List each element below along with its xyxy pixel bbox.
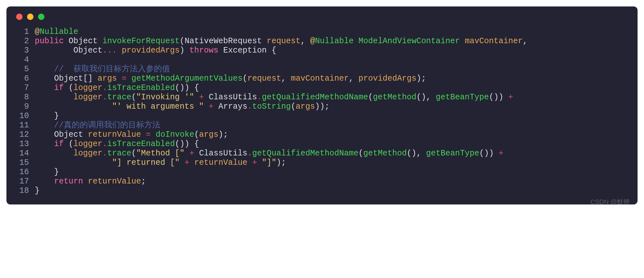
- token: ): [180, 46, 185, 55]
- token: [93, 74, 98, 83]
- token: getBeanType: [426, 149, 479, 158]
- token: [35, 74, 54, 83]
- token: );: [416, 74, 426, 83]
- code-line: 1@Nullable: [14, 27, 630, 36]
- code-line: 9 "' with arguments " + Arrays.toString(…: [14, 102, 630, 111]
- token: Object: [69, 36, 98, 46]
- line-number: 11: [14, 121, 35, 130]
- token: Object: [54, 130, 83, 139]
- token: [83, 130, 88, 139]
- token: ,: [300, 36, 305, 46]
- token: .: [247, 149, 252, 158]
- token: +: [498, 149, 503, 158]
- token: [35, 177, 54, 186]
- line-number: 6: [14, 74, 35, 83]
- line-number: 2: [14, 36, 35, 46]
- token: [35, 111, 54, 121]
- token: Exception: [223, 46, 267, 55]
- code-line: 16 }: [14, 167, 630, 177]
- token: returnValue: [88, 130, 141, 139]
- token: []: [83, 74, 93, 83]
- token: ,: [281, 74, 286, 83]
- code-line: 11 //真的的调用我们的目标方法: [14, 121, 630, 130]
- token: [35, 139, 54, 149]
- token: [421, 149, 426, 158]
- token: +: [189, 149, 194, 158]
- token: [35, 130, 54, 139]
- line-number: 1: [14, 27, 35, 36]
- token: {: [271, 46, 276, 55]
- token: Arrays: [218, 102, 247, 111]
- token: args: [296, 102, 315, 111]
- line-number: 17: [14, 177, 35, 186]
- token: trace: [107, 149, 131, 158]
- maximize-icon[interactable]: [38, 14, 44, 20]
- token: [117, 74, 122, 83]
- line-number: 8: [14, 93, 35, 102]
- token: "] returned [": [112, 158, 180, 167]
- token: ,: [349, 74, 354, 83]
- token: // 获取我们目标方法入参的值: [54, 65, 170, 74]
- token: ClassUtils: [209, 93, 257, 102]
- code-line: 3 Object... providedArgs) throws Excepti…: [14, 46, 630, 55]
- line-number: 13: [14, 139, 35, 149]
- token: ,: [523, 36, 527, 46]
- token: logger: [73, 139, 102, 149]
- token: [64, 139, 69, 149]
- token: (: [358, 149, 363, 158]
- token: Nullable: [40, 27, 78, 36]
- token: ;: [141, 177, 146, 186]
- code-block: 1@Nullable2public Object invokeForReques…: [14, 27, 630, 195]
- token: [35, 121, 54, 130]
- line-content: Object[] args = getMethodArgumentValues(…: [35, 74, 630, 83]
- token: [189, 158, 194, 167]
- token: [262, 36, 267, 46]
- close-icon[interactable]: [16, 14, 23, 20]
- token: mavContainer: [291, 74, 349, 83]
- token: "]": [262, 158, 276, 167]
- token: isTraceEnabled: [107, 139, 175, 149]
- line-number: 12: [14, 130, 35, 139]
- token: Object: [54, 74, 83, 83]
- token: getQualifiedMethodName: [252, 149, 358, 158]
- token: +: [252, 158, 257, 167]
- token: [83, 177, 88, 186]
- token: [257, 158, 262, 167]
- token: logger: [73, 83, 102, 93]
- code-line: 13 if (logger.isTraceEnabled()) {: [14, 139, 630, 149]
- token: getMethod: [363, 149, 407, 158]
- token: doInvoke: [156, 130, 194, 139]
- token: request: [267, 36, 300, 46]
- token: [180, 158, 185, 167]
- token: }: [54, 111, 59, 121]
- minimize-icon[interactable]: [27, 14, 33, 20]
- token: (: [242, 74, 247, 83]
- token: =: [146, 130, 151, 139]
- line-number: 5: [14, 65, 35, 74]
- token: args: [98, 74, 117, 83]
- token: [35, 102, 112, 111]
- token: returnValue: [88, 177, 141, 186]
- token: getMethodArgumentValues: [131, 74, 242, 83]
- token: [98, 36, 102, 46]
- token: NativeWebRequest: [185, 36, 262, 46]
- token: invokeForRequest: [102, 36, 180, 46]
- token: args: [199, 130, 218, 139]
- token: ()): [175, 83, 189, 93]
- token: [35, 167, 54, 177]
- token: "' with arguments ": [112, 102, 204, 111]
- token: [117, 46, 122, 55]
- token: ClassUtils: [199, 149, 247, 158]
- token: //真的的调用我们的目标方法: [54, 121, 160, 130]
- line-number: 15: [14, 158, 35, 167]
- line-content: logger.trace("Invoking '" + ClassUtils.g…: [35, 93, 630, 102]
- token: (: [368, 93, 373, 102]
- token: ModelAndViewContainer: [358, 36, 460, 46]
- token: ()): [175, 139, 189, 149]
- code-line: 12 Object returnValue = doInvoke(args);: [14, 130, 630, 139]
- token: .: [247, 102, 252, 111]
- token: isTraceEnabled: [107, 83, 175, 93]
- line-content: @Nullable: [35, 27, 630, 36]
- token: [194, 149, 199, 158]
- token: (: [131, 93, 136, 102]
